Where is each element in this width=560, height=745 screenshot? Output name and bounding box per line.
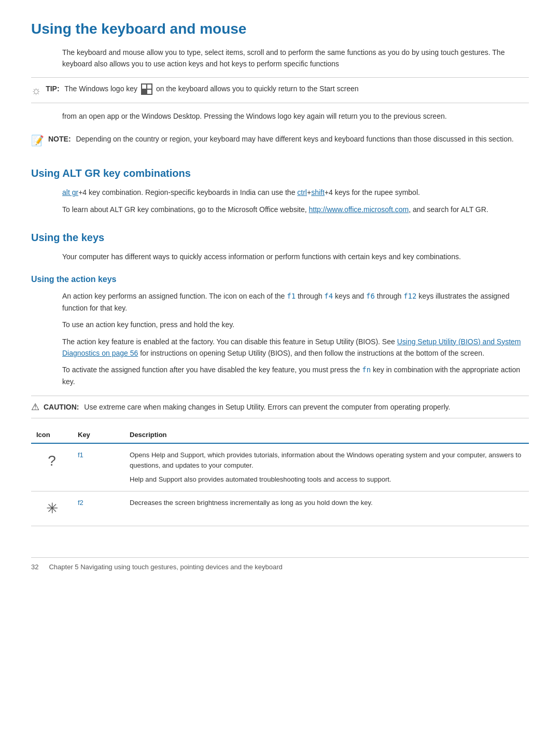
tip-text-after: on the keyboard allows you to quickly re… bbox=[156, 85, 359, 93]
tip-continuation: from an open app or the Windows Desktop.… bbox=[62, 110, 529, 122]
alt-gr-plus1: +4 key combination. Region-specific keyb… bbox=[78, 188, 297, 196]
table-cell-icon: ? bbox=[31, 443, 73, 491]
action-keys-subsection-title: Using the action keys bbox=[31, 275, 529, 284]
table-cell-key: f1 bbox=[73, 443, 124, 491]
alt-gr-text2-after: , and search for ALT GR. bbox=[409, 205, 488, 214]
alt-gr-section-title: Using ALT GR key combinations bbox=[31, 167, 529, 179]
table-cell-key: f2 bbox=[73, 491, 124, 526]
caution-content-wrapper: CAUTION: Use extreme care when making ch… bbox=[44, 401, 450, 413]
alt-gr-link[interactable]: alt gr bbox=[62, 188, 78, 196]
tip-content: TIP: The Windows logo key on the keyboar… bbox=[46, 83, 358, 95]
table-header-row: Icon Key Description bbox=[31, 427, 529, 443]
table-row: ✳f2Decreases the screen brightness incre… bbox=[31, 491, 529, 526]
page-title: Using the keyboard and mouse bbox=[31, 21, 529, 37]
f12-link[interactable]: f12 bbox=[403, 292, 416, 300]
intro-paragraph: The keyboard and mouse allow you to type… bbox=[62, 47, 529, 70]
note-box: 📝 NOTE: Depending on the country or regi… bbox=[31, 129, 529, 151]
table-cell-description: Decreases the screen brightness incremen… bbox=[124, 491, 529, 526]
caution-box: ⚠ CAUTION: Use extreme care when making … bbox=[31, 396, 529, 418]
keys-paragraph: Your computer has different ways to quic… bbox=[62, 251, 529, 262]
tip-icon: ☼ bbox=[31, 84, 41, 97]
fn-link[interactable]: fn bbox=[362, 366, 371, 374]
footer-chapter-text: Chapter 5 Navigating using touch gesture… bbox=[49, 563, 282, 571]
tip-box: ☼ TIP: The Windows logo key on the keybo… bbox=[31, 77, 529, 103]
action-keys-paragraph4: To activate the assigned function after … bbox=[62, 364, 529, 387]
table-cell-description: Opens Help and Support, which provides t… bbox=[124, 443, 529, 491]
table-header-key: Key bbox=[73, 427, 124, 443]
alt-gr-text2-before: To learn about ALT GR key combinations, … bbox=[62, 205, 309, 214]
action-keys-paragraph2: To use an action key function, press and… bbox=[62, 319, 529, 330]
action-keys-text-before: An action key performs an assigned funct… bbox=[62, 292, 287, 300]
f6-link[interactable]: f6 bbox=[366, 292, 375, 300]
table-row: ?f1Opens Help and Support, which provide… bbox=[31, 443, 529, 491]
caution-icon: ⚠ bbox=[31, 401, 39, 413]
alt-gr-paragraph2: To learn about ALT GR key combinations, … bbox=[62, 204, 529, 215]
alt-gr-plus3: +4 keys for the rupee symbol. bbox=[325, 188, 420, 196]
shift-link[interactable]: shift bbox=[311, 188, 325, 196]
action-keys-text3-after: for instructions on opening Setup Utilit… bbox=[138, 349, 484, 357]
ctrl-link[interactable]: ctrl bbox=[297, 188, 307, 196]
through2: through bbox=[375, 292, 403, 300]
tip-label: TIP: bbox=[46, 85, 59, 93]
note-content-wrapper: NOTE: Depending on the country or region… bbox=[48, 133, 514, 145]
alt-gr-paragraph1: alt gr+4 key combination. Region-specifi… bbox=[62, 187, 529, 198]
keys-section-title: Using the keys bbox=[31, 232, 529, 244]
action-keys-text4-before: To activate the assigned function after … bbox=[62, 366, 362, 374]
footer-page-number: 32 bbox=[31, 563, 38, 571]
table-cell-icon: ✳ bbox=[31, 491, 73, 526]
f4-link[interactable]: f4 bbox=[324, 292, 333, 300]
action-keys-paragraph1: An action key performs an assigned funct… bbox=[62, 290, 529, 314]
table-header-icon: Icon bbox=[31, 427, 73, 443]
action-keys-table: Icon Key Description ?f1Opens Help and S… bbox=[31, 427, 529, 526]
caution-label: CAUTION: bbox=[44, 403, 79, 411]
f1-link[interactable]: f1 bbox=[287, 292, 296, 300]
tip-text-before: The Windows logo key bbox=[64, 85, 137, 93]
action-keys-paragraph3: The action key feature is enabled at the… bbox=[62, 336, 529, 359]
through1: through bbox=[296, 292, 324, 300]
table-header-description: Description bbox=[124, 427, 529, 443]
caution-text: Use extreme care when making changes in … bbox=[84, 403, 450, 411]
alt-gr-plus2: + bbox=[307, 188, 311, 196]
note-label: NOTE: bbox=[48, 135, 71, 143]
action-keys-text3-before: The action key feature is enabled at the… bbox=[62, 338, 397, 346]
microsoft-office-link[interactable]: http://www.office.microsoft.com bbox=[309, 205, 409, 214]
keys-and: keys and bbox=[333, 292, 366, 300]
windows-key-icon bbox=[141, 83, 152, 95]
note-text: Depending on the country or region, your… bbox=[76, 135, 513, 143]
note-icon: 📝 bbox=[31, 134, 44, 147]
